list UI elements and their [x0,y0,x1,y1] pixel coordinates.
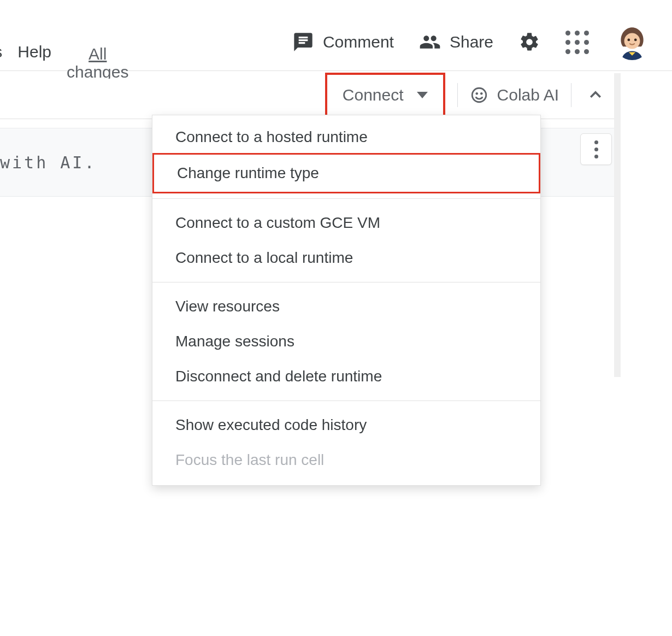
menu-focus-last-cell: Focus the last run cell [152,443,540,478]
svg-point-3 [634,39,637,42]
menu-connect-local[interactable]: Connect to a local runtime [152,240,540,275]
menu-separator [152,401,540,401]
svg-point-1 [624,33,640,49]
menu-show-code-history[interactable]: Show executed code history [152,408,540,443]
connect-label: Connect [343,86,404,104]
menu-connect-gce-vm[interactable]: Connect to a custom GCE VM [152,205,540,240]
comment-button[interactable]: Comment [292,31,394,53]
comment-label: Comment [323,33,394,51]
menu-help[interactable]: Help [17,43,51,61]
svg-point-6 [480,92,483,95]
colab-ai-button[interactable]: Colab AI [470,86,559,104]
divider [457,83,458,107]
top-bar: ols Help All changes Comment Share [0,0,672,71]
apps-icon [565,31,589,54]
svg-point-4 [472,88,486,102]
connect-button[interactable]: Connect [325,73,445,117]
menu-change-runtime-type[interactable]: Change runtime type [152,153,540,193]
share-label: Share [450,33,493,51]
colab-ai-icon [470,86,488,104]
connect-dropdown: Connect to a hosted runtime Change runti… [152,115,541,486]
menu-manage-sessions[interactable]: Manage sessions [152,324,540,359]
comment-icon [292,31,314,53]
menu-connect-hosted[interactable]: Connect to a hosted runtime [152,120,540,155]
gear-icon [518,31,540,53]
topbar-actions: Comment Share [292,24,650,60]
svg-point-5 [475,92,478,95]
toolbar: Connect Colab AI [0,71,617,119]
menu-view-resources[interactable]: View resources [152,289,540,324]
user-avatar[interactable] [614,24,650,60]
chevron-up-icon [587,87,604,103]
svg-point-2 [627,39,630,42]
divider [571,83,571,107]
colab-ai-label: Colab AI [497,86,559,104]
share-icon [419,31,441,53]
collapse-button[interactable] [583,83,608,107]
more-vert-icon [594,140,598,158]
code-placeholder: with AI. [0,153,97,172]
menu-tools[interactable]: ols [0,43,2,61]
share-button[interactable]: Share [419,31,493,53]
apps-button[interactable] [565,31,589,54]
menu-separator [152,282,540,282]
menu-separator [152,198,540,199]
scrollbar[interactable] [614,73,621,377]
avatar-icon [614,24,650,60]
caret-down-icon [417,92,428,98]
settings-button[interactable] [518,31,540,53]
all-changes-line1: All [89,45,107,63]
menu-disconnect-delete[interactable]: Disconnect and delete runtime [152,359,540,394]
cell-overflow-button[interactable] [580,133,612,165]
